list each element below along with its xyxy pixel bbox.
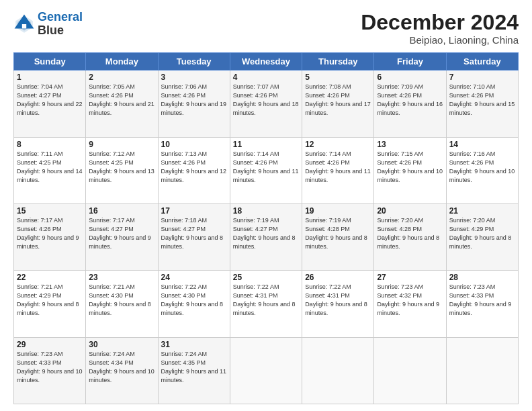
day-number: 16 xyxy=(89,206,154,216)
day-info: Sunrise: 7:08 AMSunset: 4:26 PMDaylight:… xyxy=(305,83,371,118)
day-info: Sunrise: 7:04 AMSunset: 4:27 PMDaylight:… xyxy=(17,83,83,118)
day-number: 22 xyxy=(17,273,83,282)
day-number: 9 xyxy=(89,140,154,149)
calendar-cell xyxy=(230,337,302,404)
day-info: Sunrise: 7:20 AMSunset: 4:29 PMDaylight:… xyxy=(449,216,515,251)
day-number: 10 xyxy=(161,140,227,149)
calendar-cell: 13Sunrise: 7:15 AMSunset: 4:26 PMDayligh… xyxy=(374,137,446,203)
day-number: 7 xyxy=(449,73,515,82)
day-number: 30 xyxy=(89,340,154,349)
weekday-header: Friday xyxy=(374,53,446,71)
calendar-cell: 20Sunrise: 7:20 AMSunset: 4:28 PMDayligh… xyxy=(374,203,446,270)
day-number: 6 xyxy=(377,73,443,82)
day-info: Sunrise: 7:12 AMSunset: 4:25 PMDaylight:… xyxy=(89,150,154,185)
calendar-week-row: 1Sunrise: 7:04 AMSunset: 4:27 PMDaylight… xyxy=(14,71,519,137)
calendar-cell: 21Sunrise: 7:20 AMSunset: 4:29 PMDayligh… xyxy=(446,203,518,270)
calendar-cell: 19Sunrise: 7:19 AMSunset: 4:28 PMDayligh… xyxy=(302,203,374,270)
day-number: 1 xyxy=(17,73,83,82)
day-number: 3 xyxy=(161,73,227,82)
day-info: Sunrise: 7:17 AMSunset: 4:27 PMDaylight:… xyxy=(89,216,154,251)
day-number: 23 xyxy=(89,273,154,282)
weekday-header: Sunday xyxy=(14,53,86,71)
calendar-cell: 22Sunrise: 7:21 AMSunset: 4:29 PMDayligh… xyxy=(14,271,86,337)
calendar-cell: 30Sunrise: 7:24 AMSunset: 4:34 PMDayligh… xyxy=(86,337,158,404)
weekday-header: Saturday xyxy=(446,53,518,71)
weekday-header: Monday xyxy=(86,53,158,71)
calendar-cell: 31Sunrise: 7:24 AMSunset: 4:35 PMDayligh… xyxy=(158,337,230,404)
calendar-table: SundayMondayTuesdayWednesdayThursdayFrid… xyxy=(13,52,519,404)
day-number: 18 xyxy=(233,206,299,216)
day-number: 14 xyxy=(449,140,515,149)
day-number: 5 xyxy=(305,73,371,82)
day-number: 17 xyxy=(161,206,227,216)
calendar-cell xyxy=(302,337,374,404)
day-number: 2 xyxy=(89,73,154,82)
day-number: 20 xyxy=(377,206,443,216)
day-info: Sunrise: 7:22 AMSunset: 4:30 PMDaylight:… xyxy=(161,283,227,318)
day-number: 21 xyxy=(449,206,515,216)
day-info: Sunrise: 7:21 AMSunset: 4:30 PMDaylight:… xyxy=(89,283,154,318)
calendar-cell: 12Sunrise: 7:14 AMSunset: 4:26 PMDayligh… xyxy=(302,137,374,203)
day-info: Sunrise: 7:19 AMSunset: 4:28 PMDaylight:… xyxy=(305,216,371,251)
day-number: 31 xyxy=(161,340,227,349)
svg-rect-3 xyxy=(22,24,26,28)
day-info: Sunrise: 7:11 AMSunset: 4:25 PMDaylight:… xyxy=(17,150,83,185)
day-number: 29 xyxy=(17,340,83,349)
weekday-header: Tuesday xyxy=(158,53,230,71)
calendar-cell: 9Sunrise: 7:12 AMSunset: 4:25 PMDaylight… xyxy=(86,137,158,203)
calendar-cell: 27Sunrise: 7:23 AMSunset: 4:32 PMDayligh… xyxy=(374,271,446,337)
calendar-cell xyxy=(446,337,518,404)
calendar-cell: 28Sunrise: 7:23 AMSunset: 4:33 PMDayligh… xyxy=(446,271,518,337)
calendar-week-row: 22Sunrise: 7:21 AMSunset: 4:29 PMDayligh… xyxy=(14,271,519,337)
logo: General Blue xyxy=(13,11,83,38)
calendar-cell: 26Sunrise: 7:22 AMSunset: 4:31 PMDayligh… xyxy=(302,271,374,337)
calendar-cell: 1Sunrise: 7:04 AMSunset: 4:27 PMDaylight… xyxy=(14,71,86,137)
calendar-cell: 18Sunrise: 7:19 AMSunset: 4:27 PMDayligh… xyxy=(230,203,302,270)
day-info: Sunrise: 7:19 AMSunset: 4:27 PMDaylight:… xyxy=(233,216,299,251)
day-number: 11 xyxy=(233,140,299,149)
calendar-cell: 2Sunrise: 7:05 AMSunset: 4:26 PMDaylight… xyxy=(86,71,158,137)
day-info: Sunrise: 7:06 AMSunset: 4:26 PMDaylight:… xyxy=(161,83,227,118)
calendar-header-row: SundayMondayTuesdayWednesdayThursdayFrid… xyxy=(14,53,519,71)
day-info: Sunrise: 7:14 AMSunset: 4:26 PMDaylight:… xyxy=(305,150,371,185)
calendar-cell xyxy=(374,337,446,404)
day-info: Sunrise: 7:24 AMSunset: 4:34 PMDaylight:… xyxy=(89,350,154,385)
calendar-cell: 25Sunrise: 7:22 AMSunset: 4:31 PMDayligh… xyxy=(230,271,302,337)
calendar-cell: 6Sunrise: 7:09 AMSunset: 4:26 PMDaylight… xyxy=(374,71,446,137)
logo-icon xyxy=(13,13,35,35)
day-info: Sunrise: 7:09 AMSunset: 4:26 PMDaylight:… xyxy=(377,83,443,118)
day-info: Sunrise: 7:22 AMSunset: 4:31 PMDaylight:… xyxy=(305,283,371,318)
calendar-cell: 23Sunrise: 7:21 AMSunset: 4:30 PMDayligh… xyxy=(86,271,158,337)
calendar-cell: 5Sunrise: 7:08 AMSunset: 4:26 PMDaylight… xyxy=(302,71,374,137)
calendar-cell: 10Sunrise: 7:13 AMSunset: 4:26 PMDayligh… xyxy=(158,137,230,203)
day-number: 13 xyxy=(377,140,443,149)
day-number: 24 xyxy=(161,273,227,282)
calendar-cell: 24Sunrise: 7:22 AMSunset: 4:30 PMDayligh… xyxy=(158,271,230,337)
day-number: 25 xyxy=(233,273,299,282)
day-info: Sunrise: 7:24 AMSunset: 4:35 PMDaylight:… xyxy=(161,350,227,385)
calendar-cell: 16Sunrise: 7:17 AMSunset: 4:27 PMDayligh… xyxy=(86,203,158,270)
day-info: Sunrise: 7:23 AMSunset: 4:33 PMDaylight:… xyxy=(449,283,515,318)
day-info: Sunrise: 7:20 AMSunset: 4:28 PMDaylight:… xyxy=(377,216,443,251)
page-title: December 2024 xyxy=(361,11,519,34)
calendar-cell: 3Sunrise: 7:06 AMSunset: 4:26 PMDaylight… xyxy=(158,71,230,137)
header: General Blue December 2024 Beipiao, Liao… xyxy=(13,11,519,46)
day-info: Sunrise: 7:17 AMSunset: 4:26 PMDaylight:… xyxy=(17,216,83,251)
page-subtitle: Beipiao, Liaoning, China xyxy=(361,34,519,46)
calendar-cell: 15Sunrise: 7:17 AMSunset: 4:26 PMDayligh… xyxy=(14,203,86,270)
day-number: 4 xyxy=(233,73,299,82)
weekday-header: Thursday xyxy=(302,53,374,71)
day-number: 12 xyxy=(305,140,371,149)
day-info: Sunrise: 7:23 AMSunset: 4:33 PMDaylight:… xyxy=(17,350,83,385)
logo-line1: General xyxy=(38,10,83,24)
day-number: 8 xyxy=(17,140,83,149)
calendar-cell: 11Sunrise: 7:14 AMSunset: 4:26 PMDayligh… xyxy=(230,137,302,203)
calendar-week-row: 29Sunrise: 7:23 AMSunset: 4:33 PMDayligh… xyxy=(14,337,519,404)
title-block: December 2024 Beipiao, Liaoning, China xyxy=(361,11,519,46)
calendar-week-row: 8Sunrise: 7:11 AMSunset: 4:25 PMDaylight… xyxy=(14,137,519,203)
weekday-header: Wednesday xyxy=(230,53,302,71)
day-info: Sunrise: 7:13 AMSunset: 4:26 PMDaylight:… xyxy=(161,150,227,185)
calendar-cell: 14Sunrise: 7:16 AMSunset: 4:26 PMDayligh… xyxy=(446,137,518,203)
day-number: 28 xyxy=(449,273,515,282)
day-info: Sunrise: 7:10 AMSunset: 4:26 PMDaylight:… xyxy=(449,83,515,118)
